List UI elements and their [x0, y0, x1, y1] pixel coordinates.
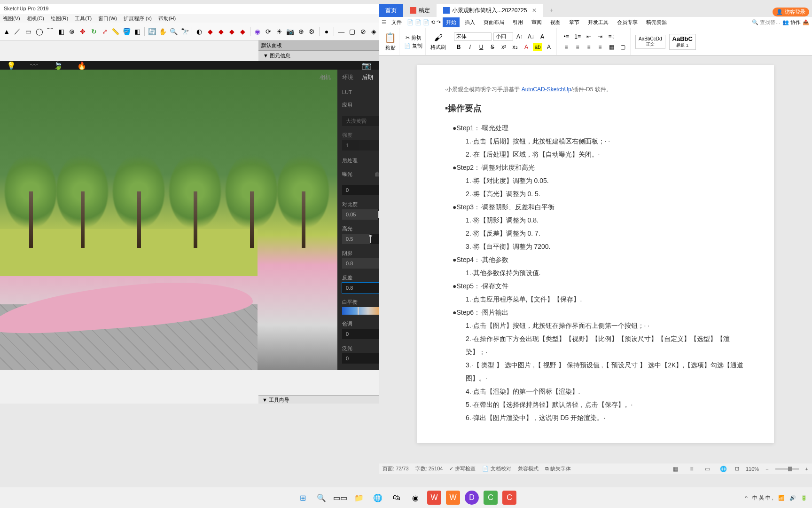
- explorer-icon[interactable]: 📁: [352, 491, 366, 505]
- status-proof[interactable]: 📄 文档校对: [482, 465, 511, 472]
- tool-arc[interactable]: ⁀: [46, 26, 55, 37]
- tool-d5-sync[interactable]: ◉: [253, 26, 262, 37]
- tool-d5-1[interactable]: ⟳: [264, 26, 273, 37]
- status-missing[interactable]: ⧉ 缺失字体: [545, 465, 571, 472]
- wps-tab-gaoding[interactable]: 稿定: [403, 4, 437, 17]
- menu-camera[interactable]: 相机(C): [27, 15, 44, 22]
- rtab-insert[interactable]: 插入: [461, 17, 478, 27]
- tool-d5-5[interactable]: ⚙: [307, 26, 317, 37]
- rtab-dev[interactable]: 开发工具: [585, 17, 612, 27]
- tab-close-icon[interactable]: ✕: [532, 7, 537, 14]
- font-shrink-icon[interactable]: A↓: [526, 32, 536, 41]
- tool-ruby2[interactable]: ◆: [216, 26, 226, 37]
- tray-chevron-icon[interactable]: ^: [745, 495, 748, 500]
- zoom-fit-icon[interactable]: ⊡: [735, 466, 739, 472]
- indent-dec-button[interactable]: ⇤: [584, 32, 593, 41]
- tool-edge[interactable]: —: [336, 26, 346, 37]
- dell-icon[interactable]: ◉: [408, 491, 422, 505]
- zoom-slider[interactable]: [775, 468, 799, 470]
- wps-login-button[interactable]: 👤访客登录: [773, 8, 809, 16]
- fire-icon[interactable]: 🔥: [77, 61, 86, 70]
- wps-tab-add[interactable]: +: [543, 4, 560, 17]
- d5-tab-post[interactable]: 后期: [362, 73, 373, 81]
- indent-inc-button[interactable]: ⇥: [595, 32, 605, 41]
- tool-shade[interactable]: ●: [322, 26, 331, 37]
- tool-section[interactable]: ◐: [195, 26, 204, 37]
- path-icon[interactable]: 〰: [30, 61, 39, 70]
- d5-tab-env[interactable]: 环境: [342, 73, 353, 81]
- tool-ruby4[interactable]: ◆: [238, 26, 248, 37]
- app3-icon[interactable]: C: [484, 491, 498, 505]
- tool-rotate[interactable]: ↻: [89, 26, 99, 37]
- subscript-button[interactable]: x₂: [510, 43, 520, 51]
- numbering-button[interactable]: 1≡: [573, 32, 582, 41]
- rtab-section[interactable]: 章节: [566, 17, 583, 27]
- edge-icon[interactable]: 🌐: [371, 491, 385, 505]
- tool-ruby3[interactable]: ◆: [227, 26, 237, 37]
- shading-button[interactable]: ▦: [607, 43, 616, 51]
- menu-view[interactable]: 视图(V): [3, 15, 20, 22]
- paste-icon[interactable]: 📋: [384, 32, 396, 43]
- light-icon[interactable]: 💡: [7, 61, 15, 70]
- d5-tab-camera[interactable]: 相机: [320, 73, 331, 81]
- zoom-in-button[interactable]: +: [805, 466, 808, 472]
- doc-link[interactable]: AutoCAD-SketchUp: [522, 86, 571, 93]
- rtab-resource[interactable]: 稿壳资源: [643, 17, 670, 27]
- app1-icon[interactable]: W: [427, 491, 441, 505]
- style-heading1[interactable]: AaBbC标题 1: [669, 34, 696, 50]
- wps-tab-doc[interactable]: 小景观制作简明入...20220725 ✕: [437, 4, 543, 17]
- cut-button[interactable]: ✂ 剪切: [406, 34, 422, 41]
- store-icon[interactable]: 🛍: [390, 491, 404, 505]
- menu-extensions[interactable]: 扩展程序 (x): [124, 15, 152, 22]
- strike-button[interactable]: S̶: [488, 43, 497, 51]
- coop-button[interactable]: 👥 协作: [782, 19, 801, 26]
- zoom-out-button[interactable]: −: [765, 466, 768, 472]
- start-button[interactable]: ⊞: [296, 491, 310, 505]
- format-painter-icon[interactable]: 🖌: [434, 33, 443, 43]
- underline-button[interactable]: U: [476, 43, 486, 51]
- menu-tools[interactable]: 工具(T): [75, 15, 92, 22]
- tool-zoom-extents[interactable]: 🔭: [180, 26, 189, 37]
- view-outline-icon[interactable]: ≡: [687, 465, 696, 473]
- align-left-button[interactable]: ≡: [562, 43, 571, 51]
- rtab-ref[interactable]: 引用: [509, 17, 526, 27]
- panel-default[interactable]: 默认面板: [258, 40, 381, 51]
- wifi-icon[interactable]: 📶: [778, 495, 785, 501]
- tool-d5-3[interactable]: 📷: [285, 26, 295, 37]
- wps-document-area[interactable]: ·小景观全模简明学习手册基于 AutoCAD-SketchUp/插件-D5 软件…: [379, 56, 812, 463]
- share-icon[interactable]: 📤: [803, 19, 809, 25]
- tool-hidden[interactable]: ⊘: [358, 26, 367, 37]
- menu-window[interactable]: 窗口(W): [98, 15, 117, 22]
- wps-tab-home[interactable]: 首页: [379, 4, 403, 17]
- tool-move[interactable]: ✥: [78, 26, 87, 37]
- align-center-button[interactable]: ≡: [573, 43, 582, 51]
- status-spell[interactable]: ✓ 拼写检查: [449, 465, 476, 472]
- copy-button[interactable]: 📄 复制: [404, 42, 422, 49]
- d5-viewport[interactable]: 相机: [0, 70, 337, 370]
- volume-icon[interactable]: 🔊: [789, 495, 796, 501]
- tool-orbit[interactable]: 🔄: [147, 26, 156, 37]
- align-right-button[interactable]: ≡: [584, 43, 593, 51]
- rtab-view[interactable]: 视图: [547, 17, 564, 27]
- style-normal[interactable]: AaBbCcDd正文: [635, 35, 665, 49]
- paste-label[interactable]: 粘贴: [385, 44, 396, 51]
- tool-d5-2[interactable]: ☀: [274, 26, 284, 37]
- menu-draw[interactable]: 绘图(R): [51, 15, 68, 22]
- tool-zoom[interactable]: 🔍: [169, 26, 179, 37]
- view-page-icon[interactable]: ▦: [671, 465, 680, 473]
- tool-rect[interactable]: ▭: [23, 26, 33, 37]
- tool-push[interactable]: ◧: [56, 26, 66, 37]
- tool-tape[interactable]: 📏: [111, 26, 120, 37]
- status-zoom[interactable]: 110%: [746, 466, 759, 472]
- font-name-select[interactable]: [454, 32, 492, 41]
- rtab-member[interactable]: 会员专享: [614, 17, 641, 27]
- format-painter-label[interactable]: 格式刷: [430, 44, 446, 51]
- font-size-select[interactable]: [493, 32, 513, 41]
- rtab-start[interactable]: 开始: [443, 17, 460, 27]
- sketchup-tray[interactable]: ▼ 工具向导: [258, 395, 381, 404]
- align-justify-button[interactable]: ≡: [595, 43, 605, 51]
- search-input[interactable]: 🔍 查找替…: [752, 19, 781, 26]
- tool-back[interactable]: ▢: [347, 26, 357, 37]
- d5-icon[interactable]: D: [465, 491, 479, 505]
- taskview-icon[interactable]: ▭▭: [333, 491, 347, 505]
